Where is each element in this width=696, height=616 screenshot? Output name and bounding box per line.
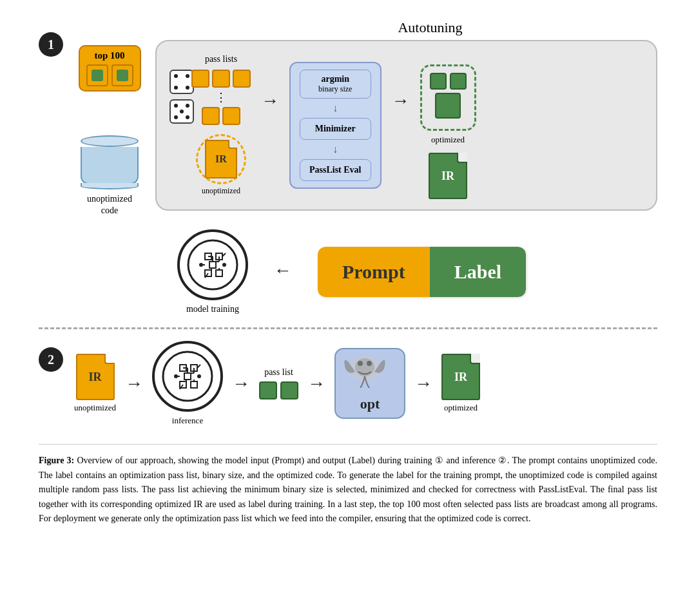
top100-sq2 (111, 64, 133, 86)
arrow4: → (414, 373, 432, 394)
pass-list-label: pass list (264, 367, 293, 378)
pass-row-2 (202, 107, 240, 125)
label-box: Label (430, 247, 526, 297)
pass-lists-label: pass lists (205, 54, 237, 64)
s2-ir-unopt: IR unoptimized (74, 354, 116, 413)
section-divider (39, 327, 657, 329)
svg-rect-4 (216, 270, 222, 276)
svg-point-39 (367, 361, 372, 366)
binary-size-label: binary size (308, 84, 363, 94)
pass-sq (233, 70, 251, 88)
svg-rect-22 (191, 381, 197, 388)
step1-circle: 1 (39, 32, 63, 57)
ir-doc-orange: IR (205, 140, 237, 178)
ir-doc-green: IR (429, 153, 467, 199)
svg-point-18 (163, 352, 212, 401)
s2-pass-list: pass list (259, 367, 298, 399)
figure-num: Figure 3: (39, 456, 74, 465)
top100-sq1 (86, 64, 108, 86)
arrow3: → (307, 373, 325, 394)
opt-label: opt (360, 396, 380, 418)
pass-row-1 (191, 70, 251, 88)
minimizer-box: argmin binary size ↓ Minimizer ↓ PassLis… (289, 62, 382, 189)
svg-rect-5 (209, 262, 216, 268)
optimized-label: optimized (431, 135, 465, 145)
inference-circle: inference (152, 341, 223, 426)
model-training: model training (177, 229, 248, 314)
minimizer-label: Minimizer (309, 124, 362, 134)
inference-circuit-icon (162, 351, 213, 402)
figure-caption: Figure 3: Overview of our approach, show… (39, 444, 657, 526)
page: 1 Autotuning top 100 (0, 0, 696, 545)
arrow2: → (232, 373, 250, 394)
autotuning-label: Autotuning (203, 19, 657, 36)
opt-sq (430, 73, 447, 90)
autotuning-box: pass lists ⋮ (155, 40, 657, 211)
opt-creature-icon (336, 349, 394, 398)
pass-sq (202, 107, 220, 125)
prompt-box: Prompt (318, 247, 430, 297)
section1: 1 Autotuning top 100 (39, 19, 657, 314)
svg-point-0 (188, 240, 237, 289)
dice-1 (169, 70, 194, 94)
section2: 2 IR unoptimized → (39, 341, 657, 426)
model-training-label: model training (186, 304, 239, 314)
ir-unopt-label: unoptimized (202, 186, 240, 196)
arrow1: → (125, 373, 143, 394)
step2-circle: 2 (39, 347, 63, 372)
optimized-dashed-box (420, 64, 476, 131)
pass-sq (222, 107, 240, 125)
caption-text: Overview of our approach, showing the mo… (39, 456, 657, 523)
top100-box: top 100 (79, 45, 141, 91)
circuit-icon (187, 239, 238, 291)
pass-dots: ⋮ (215, 91, 227, 103)
circuit-circle (177, 229, 248, 300)
pass-list-sq (259, 381, 277, 399)
passlist-eval-label: PassList Eval (309, 165, 362, 175)
svg-rect-23 (184, 373, 191, 380)
pass-sq (212, 70, 230, 88)
argmin-label: argmin (308, 74, 363, 84)
pass-list-sq (280, 381, 298, 399)
s2-optimized-label: optimized (444, 403, 478, 413)
top100-label: top 100 (86, 50, 133, 61)
svg-point-38 (358, 361, 363, 366)
pass-sq (191, 70, 209, 88)
s2-ir-opt: IR optimized (441, 354, 480, 413)
opt-box: opt (334, 348, 405, 419)
opt-sq (450, 73, 467, 90)
opt-sq (435, 93, 461, 119)
unopt-code-label: unoptimizedcode (81, 193, 139, 217)
unoptimized-code: unoptimizedcode (81, 135, 139, 217)
inference-label: inference (172, 416, 203, 426)
s2-unopt-label: unoptimized (74, 403, 116, 413)
dice-2 (169, 99, 194, 124)
ir-unopt-dashed: IR (196, 134, 246, 184)
